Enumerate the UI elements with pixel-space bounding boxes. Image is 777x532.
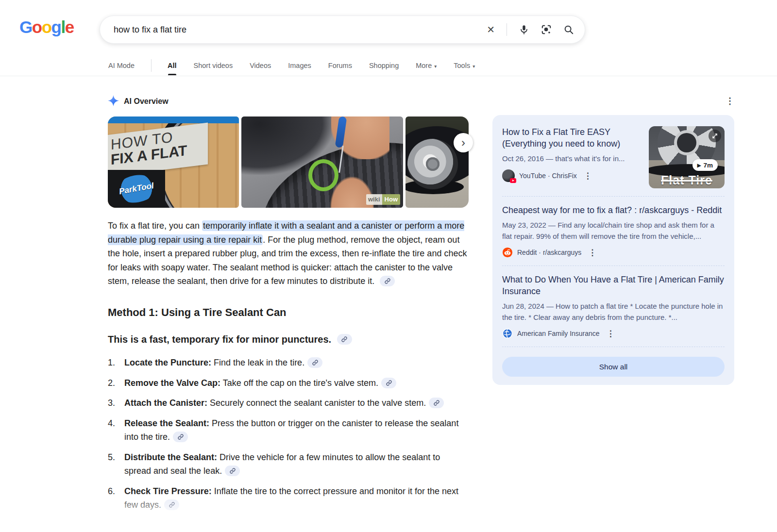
ai-overview-menu-button[interactable]: ⋮ xyxy=(726,97,734,105)
play-icon: ▶ xyxy=(697,163,701,168)
search-divider xyxy=(507,23,507,36)
ai-overview-image-carousel: HOW TO FIX A FLAT ParkTool wikiHow xyxy=(108,116,469,208)
source-card-amfam[interactable]: What to Do When You Have a Flat Tire | A… xyxy=(502,274,725,339)
video-duration-badge: ▶7m xyxy=(693,159,718,171)
youtube-icon xyxy=(510,178,516,183)
ai-overview-label: AI Overview xyxy=(124,97,169,106)
list-item: 2.Remove the Valve Cap: Take off the cap… xyxy=(108,376,469,390)
chevron-down-icon: ▾ xyxy=(473,64,475,69)
source-title[interactable]: How to Fix a Flat Tire EASY (Everything … xyxy=(502,126,642,150)
source-link-chip[interactable] xyxy=(173,432,188,442)
carousel-image-parktool[interactable]: HOW TO FIX A FLAT ParkTool xyxy=(108,116,239,208)
source-menu-button[interactable]: ⋮ xyxy=(584,172,592,180)
list-item: 1.Locate the Puncture: Find the leak in … xyxy=(108,356,469,370)
tab-forums[interactable]: Forums xyxy=(328,62,353,69)
link-icon xyxy=(341,336,347,342)
globe-icon xyxy=(502,328,513,339)
link-icon xyxy=(386,380,392,386)
source-card-reddit[interactable]: Cheapest way for me to fix a flat? : r/a… xyxy=(502,204,725,258)
link-icon xyxy=(230,468,236,474)
wikihow-watermark: wikiHow xyxy=(366,194,400,205)
clear-icon[interactable]: ✕ xyxy=(487,25,495,34)
carousel-image-wikihow[interactable]: wikiHow xyxy=(241,116,403,208)
youtube-avatar xyxy=(502,169,515,182)
source-menu-button[interactable]: ⋮ xyxy=(607,330,615,338)
tab-ai-mode[interactable]: AI Mode xyxy=(108,62,135,69)
method-lead: This is a fast, temporary fix for minor … xyxy=(108,334,469,346)
steps-list: 1.Locate the Puncture: Find the leak in … xyxy=(108,356,469,512)
ai-overview-sources-panel: How to Fix a Flat Tire EASY (Everything … xyxy=(492,115,734,385)
carousel-next-button[interactable]: › xyxy=(454,133,473,152)
link-icon xyxy=(385,278,390,284)
microphone-icon[interactable] xyxy=(519,24,529,35)
source-link-chip[interactable] xyxy=(307,357,322,368)
show-all-button[interactable]: Show all xyxy=(502,357,725,377)
link-icon xyxy=(312,360,318,366)
source-label[interactable]: YouTube · ChrisFix xyxy=(519,172,577,180)
list-item: 3.Attach the Canister: Securely connect … xyxy=(108,396,469,410)
thumbnail-caption: Flat Tire xyxy=(649,173,725,187)
source-snippet: Oct 26, 2016 — that's what it's for in..… xyxy=(502,153,642,164)
list-item: 5.Distribute the Sealant: Drive the vehi… xyxy=(108,450,469,478)
search-icon[interactable] xyxy=(563,24,574,35)
source-card-youtube[interactable]: How to Fix a Flat Tire EASY (Everything … xyxy=(502,126,725,188)
tab-images[interactable]: Images xyxy=(287,62,312,69)
list-item: 6.Check Tire Pressure: Inflate the tire … xyxy=(108,484,469,512)
header-divider xyxy=(0,76,777,76)
source-label[interactable]: Reddit · r/askcarguys xyxy=(517,249,581,256)
google-logo[interactable]: Google xyxy=(19,17,74,37)
source-label[interactable]: American Family Insurance xyxy=(517,330,600,337)
tab-tools[interactable]: Tools▾ xyxy=(453,62,475,69)
source-link-chip[interactable] xyxy=(381,378,396,388)
ai-sparkle-icon xyxy=(108,95,119,108)
puncture-highlight-ring xyxy=(308,159,338,191)
sidebar-divider xyxy=(502,266,725,266)
search-input[interactable] xyxy=(114,25,487,35)
source-snippet: May 23, 2022 — Find any local/chain tire… xyxy=(502,219,725,242)
source-snippet: Jun 28, 2024 — How to patch a flat tire … xyxy=(502,300,725,323)
source-title[interactable]: What to Do When You Have a Flat Tire | A… xyxy=(502,274,725,297)
sidebar-divider xyxy=(502,347,725,347)
list-item: 4.Release the Sealant: Press the button … xyxy=(108,416,469,444)
link-icon xyxy=(169,502,175,508)
source-title[interactable]: Cheapest way for me to fix a flat? : r/a… xyxy=(502,204,725,216)
link-icon xyxy=(434,400,439,406)
source-link-chip[interactable] xyxy=(337,334,352,345)
link-icon xyxy=(178,434,184,440)
tabs-divider xyxy=(151,59,152,72)
chevron-down-icon: ▾ xyxy=(434,64,437,69)
source-link-chip[interactable] xyxy=(225,466,240,476)
tab-more[interactable]: More▾ xyxy=(415,62,437,69)
source-link-chip[interactable] xyxy=(380,276,395,286)
expand-icon[interactable] xyxy=(709,130,721,142)
source-link-chip[interactable] xyxy=(164,499,179,510)
tab-shopping[interactable]: Shopping xyxy=(369,62,399,69)
video-thumbnail[interactable]: Flat Tire ▶7m xyxy=(649,126,725,188)
method-heading: Method 1: Using a Tire Sealant Can xyxy=(108,306,469,319)
reddit-icon xyxy=(502,247,513,258)
parktool-logo: ParkTool xyxy=(118,181,154,197)
google-lens-icon[interactable] xyxy=(541,24,552,35)
ai-overview-panel: AI Overview HOW TO FIX A FLAT ParkTool w… xyxy=(108,96,469,518)
result-tabs: AI Mode All Short videos Videos Images F… xyxy=(108,56,491,75)
tab-videos[interactable]: Videos xyxy=(249,62,271,69)
source-menu-button[interactable]: ⋮ xyxy=(588,249,596,257)
sidebar-divider xyxy=(502,196,725,197)
source-link-chip[interactable] xyxy=(429,398,444,408)
carousel-image-flat-tire[interactable] xyxy=(405,116,469,208)
search-bar[interactable]: ✕ xyxy=(100,16,585,44)
tab-short-videos[interactable]: Short videos xyxy=(193,62,234,69)
tab-all[interactable]: All xyxy=(167,62,177,69)
ai-overview-summary: To fix a flat tire, you can temporarily … xyxy=(108,219,469,288)
